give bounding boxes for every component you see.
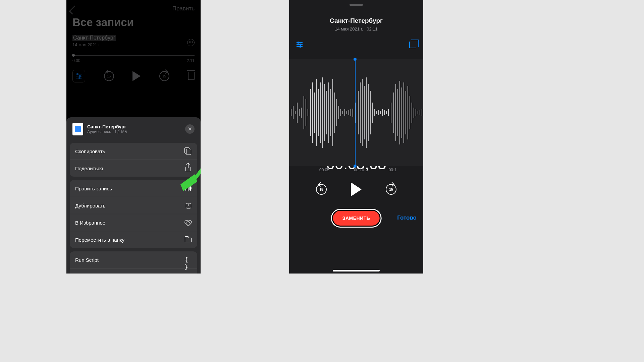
more-icon[interactable]: ••• [187,39,195,46]
menu-label: Переместить в папку [75,237,124,243]
heart-icon [184,219,192,226]
folder-icon [184,236,192,243]
sheet-header: Санкт-Петербург Аудиозапись · 1,1 МБ ✕ [70,121,197,139]
timeline-labels: 0:00 2:11 [72,58,195,63]
time-start: 0:00 [72,58,80,63]
skip-back-button[interactable]: 15 [316,184,327,195]
menu-label: Дублировать [75,203,105,208]
edit-title: Санкт-Петербург [289,17,423,24]
menu-bitwarden[interactable]: Bitwarden [70,268,197,274]
scrubber-thumb[interactable] [72,54,75,57]
skip-amount: 15 [107,74,111,78]
phone-list: Править Все записи Санкт-Петербург 14 ма… [66,0,201,274]
home-indicator[interactable] [333,270,380,272]
menu-run-script[interactable]: Run Script { } [70,251,197,268]
time-ruler: 00:05 00:10 00:1 [289,168,423,176]
playhead[interactable] [355,59,356,166]
duplicate-icon [184,202,192,209]
trash-icon[interactable] [188,72,195,80]
sheet-file-meta: Аудиозапись · 1,1 МБ [87,129,127,134]
menu-edit-recording[interactable]: Править запись [70,180,197,197]
done-button[interactable]: Готово [397,215,417,221]
braces-icon: { } [184,256,192,263]
recording-date: 14 мая 2021 г. [72,42,195,47]
trim-button[interactable] [409,42,416,48]
enhance-button[interactable] [297,42,303,47]
menu-duplicate[interactable]: Дублировать [70,197,197,214]
edit-date: 14 мая 2021 г. [335,26,363,32]
list-header: Править Все записи Санкт-Петербург 14 ма… [66,0,201,87]
skip-back-button[interactable]: 15 [104,71,114,81]
file-thumb-icon [72,123,83,135]
play-icon[interactable] [351,182,362,196]
skip-forward-button[interactable]: 15 [386,184,396,195]
skip-forward-button[interactable]: 15 [159,71,169,81]
sliders-icon [297,42,303,47]
sliders-icon [76,74,82,78]
copy-icon [184,147,192,155]
scrubber-track[interactable] [72,55,195,56]
sheet-file-name: Санкт-Петербург [87,124,127,129]
menu-label: Править запись [75,186,112,191]
bottom-bar: ЗАМЕНИТЬ Готово [289,210,423,230]
action-sheet: Санкт-Петербург Аудиозапись · 1,1 МБ ✕ С… [66,117,201,274]
replace-button[interactable]: ЗАМЕНИТЬ [332,210,381,227]
menu-label: Скопировать [75,148,105,154]
mini-controls: 15 15 [72,70,195,82]
menu-favorite[interactable]: В Избранное [70,214,197,231]
page-title: Все записи [72,16,195,29]
file-info: Санкт-Петербург Аудиозапись · 1,1 МБ [87,124,127,134]
menu-group-3: Run Script { } Bitwarden [70,251,197,274]
menu-group-1: Скопировать Поделиться [70,143,197,177]
editor-controls: 15 15 [289,182,423,196]
time-end: 2:11 [187,58,195,63]
skip-amount: 15 [319,188,323,191]
edit-button[interactable]: Править [172,5,195,12]
play-icon[interactable] [132,71,141,81]
skip-amount: 15 [389,188,393,191]
options-button[interactable] [72,70,85,82]
skip-amount: 15 [162,74,166,78]
menu-label: Run Script [75,257,99,263]
recording-name[interactable]: Санкт-Петербург [72,35,116,41]
waveform-area[interactable] [289,59,423,166]
drag-handle[interactable] [350,4,363,6]
menu-move-folder[interactable]: Переместить в папку [70,231,197,248]
menu-group-2: Править запись Дублировать В Избранное П… [70,180,197,248]
edit-duration: 02:11 [367,26,378,32]
menu-label: Поделиться [75,166,103,171]
menu-share[interactable]: Поделиться [70,160,197,177]
shield-icon [184,273,192,274]
menu-label: В Избранное [75,220,105,226]
back-icon[interactable] [69,6,78,15]
menu-copy[interactable]: Скопировать [70,143,197,160]
ruler-tick: 00:05 [319,168,329,176]
crop-icon [409,42,416,48]
ruler-tick: 00:1 [389,168,396,176]
waveform-icon [289,59,423,166]
waveform-icon [184,185,192,192]
phone-editor: Санкт-Петербург 14 мая 2021 г. 02:11 [289,0,423,274]
share-icon [184,165,192,172]
edit-subtitle: 14 мая 2021 г. 02:11 [289,26,423,32]
ruler-tick: 00:10 [354,168,364,176]
close-icon[interactable]: ✕ [185,124,195,134]
